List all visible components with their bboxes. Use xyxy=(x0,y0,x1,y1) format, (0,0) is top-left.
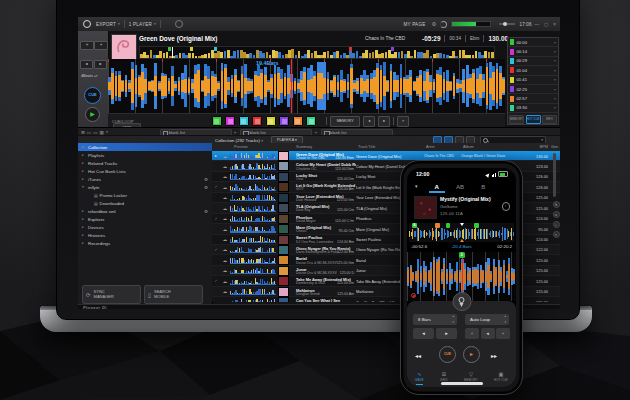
collection-header[interactable]: Collection (292 Tracks) ▾ xyxy=(215,138,263,143)
master-gauge-icon[interactable] xyxy=(440,21,447,28)
needle-handle[interactable] xyxy=(452,292,471,311)
sync-manager-button[interactable]: ⟳SYNC MANAGER xyxy=(82,285,141,304)
cue-delete-button[interactable]: × xyxy=(397,116,409,127)
list-icon[interactable]: ≡ xyxy=(553,231,560,238)
add-list-icon[interactable]: + xyxy=(314,130,317,135)
gear-icon[interactable]: ⚙ xyxy=(204,209,208,214)
track-preview-waveform[interactable] xyxy=(230,215,276,222)
cue-delete-icon[interactable]: × xyxy=(554,105,556,110)
minimize-button[interactable]: — xyxy=(534,22,539,27)
cue-delete-icon[interactable]: × xyxy=(554,96,556,101)
sidebar-item-hot-cue-bank-lists[interactable]: ▸Hot Cue Bank Lists xyxy=(78,167,212,175)
my-page-link[interactable]: MY PAGE xyxy=(404,22,426,27)
scrollbar[interactable] xyxy=(553,153,556,197)
cue-panel-tab-memory[interactable]: MEMORY xyxy=(509,115,524,125)
phone-nav-hot-cue[interactable]: ▣HOT CUE xyxy=(494,372,508,383)
cue-delete-icon[interactable]: × xyxy=(554,68,556,73)
cue-panel-tab-hot-cue[interactable]: HOT CUE xyxy=(526,115,541,125)
overview-cue-marker[interactable] xyxy=(214,47,217,51)
track-preview-waveform[interactable] xyxy=(230,194,276,201)
cue-next-button[interactable]: ▸ xyxy=(378,116,390,127)
sidebar-item-itunes[interactable]: ▸iTunes⚙ xyxy=(78,175,212,183)
sidebar-item-playlists[interactable]: ▸Playlists xyxy=(78,151,212,159)
phone-cue-button[interactable]: CUE xyxy=(439,346,456,363)
cue-point-row[interactable]: 00:29× xyxy=(508,57,558,66)
gear-icon[interactable]: ⚙ xyxy=(204,177,208,182)
cue-delete-icon[interactable]: × xyxy=(554,40,556,45)
sidebar-item-explorer[interactable]: ▸Explorer xyxy=(78,215,212,223)
sidebar-item-inflyte[interactable]: ▾inflyte⚙ xyxy=(78,183,212,191)
layout-toggle-icons[interactable]: ⊞▭▭▦▾ xyxy=(81,130,108,135)
search-mobile-button[interactable]: ▯SEARCH MOBILE xyxy=(144,285,203,304)
cue-delete-icon[interactable]: × xyxy=(554,87,556,92)
player-mode-select[interactable]: 1 PLAYER xyxy=(129,22,152,27)
cue-delete-icon[interactable]: × xyxy=(554,77,556,82)
track-preview-waveform[interactable] xyxy=(230,173,276,180)
track-preview-waveform[interactable] xyxy=(230,163,276,170)
overview-cue-marker[interactable] xyxy=(391,47,394,51)
overview-cue-marker[interactable] xyxy=(190,47,193,51)
phone-hot-cue-marker[interactable] xyxy=(435,223,440,228)
fast-forward-button[interactable]: ▸▸ xyxy=(491,348,497,365)
track-preview-waveform[interactable] xyxy=(230,184,276,191)
loop-in-button[interactable]: ‹ xyxy=(465,328,479,339)
hot-cue-pad-4[interactable] xyxy=(252,116,262,126)
hot-cue-pad-8[interactable] xyxy=(306,116,316,126)
rewind-button[interactable]: ◂◂ xyxy=(415,348,421,365)
edit-icon[interactable]: ✎ xyxy=(553,201,560,208)
cue-point-row[interactable]: 00:00× xyxy=(508,38,558,47)
overview-cue-marker[interactable] xyxy=(168,47,171,51)
track-preview-waveform[interactable] xyxy=(230,288,276,295)
cue-prev-button[interactable]: ◂ xyxy=(363,116,375,127)
hot-cue-pad-6[interactable] xyxy=(279,116,289,126)
phone-deck-tab-b[interactable]: B xyxy=(481,183,485,190)
home-indicator[interactable] xyxy=(441,382,483,385)
phone-nav-wave[interactable]: ∿WAVE xyxy=(415,372,424,383)
beats-stepper[interactable]: 4Beats ▴▾ xyxy=(81,73,98,78)
phone-hot-cue-marker[interactable] xyxy=(446,223,451,228)
phone-deck-tab-ab[interactable]: AB xyxy=(456,183,464,190)
overview-cue-marker[interactable] xyxy=(349,47,352,51)
cue-point-row[interactable]: 03:30× xyxy=(508,104,558,113)
cue-button[interactable]: CUE xyxy=(84,87,101,104)
track-preview-waveform[interactable] xyxy=(230,236,276,243)
add-list-icon[interactable]: + xyxy=(234,130,237,135)
sidebar-item-histories[interactable]: ▸Histories xyxy=(78,231,212,239)
sidebar-item-collection[interactable]: ▸Collection xyxy=(78,143,212,151)
track-preview-waveform[interactable] xyxy=(230,257,276,264)
sidebar-item-rekordbox-xml[interactable]: ▸rekordbox xml⚙ xyxy=(78,207,212,215)
cue-panel-tab-info[interactable]: INFO xyxy=(542,115,557,125)
play-button[interactable]: ▶ xyxy=(85,107,100,122)
phone-nav-grid[interactable]: ⊞GRID xyxy=(440,372,448,383)
hot-cue-pad-2[interactable] xyxy=(225,116,235,126)
track-preview-waveform[interactable] xyxy=(230,267,276,274)
phone-nav-memory[interactable]: ▽MEMORY xyxy=(464,372,478,383)
cue-delete-icon[interactable]: × xyxy=(554,49,556,54)
export-mode-select[interactable]: EXPORT xyxy=(96,22,116,27)
track-preview-waveform[interactable] xyxy=(230,299,276,302)
sidebar-item-downloaded[interactable]: Downloaded xyxy=(78,199,212,207)
close-button[interactable]: × xyxy=(553,22,556,27)
track-next-button[interactable]: » xyxy=(94,41,108,50)
track-preview-waveform[interactable] xyxy=(230,278,276,285)
maximize-button[interactable]: ▢ xyxy=(544,22,548,27)
loop-mode-select[interactable]: Auto Loop▴▾ xyxy=(465,314,509,325)
phone-hot-cue-marker[interactable]: A xyxy=(412,223,417,228)
hot-cue-pad-5[interactable] xyxy=(266,116,276,126)
memory-button[interactable]: MEMORY xyxy=(330,116,360,127)
loop-out-button[interactable]: › xyxy=(496,328,510,339)
settings-gear-icon[interactable]: ⚙ xyxy=(431,21,436,27)
cue-point-row[interactable]: 01:41× xyxy=(508,76,558,85)
cue-delete-icon[interactable]: × xyxy=(554,58,556,63)
search-back-button[interactable]: ◂ xyxy=(80,60,93,69)
loop-length-select[interactable]: 8 Bars▴▾ xyxy=(413,314,457,325)
hot-cue-pad-3[interactable] xyxy=(239,116,249,126)
deck-scrolling-waveform[interactable] xyxy=(108,59,505,113)
volume-slider[interactable] xyxy=(499,23,515,25)
track-overview-waveform[interactable] xyxy=(139,46,495,59)
sidebar-item-related-tracks[interactable]: ▸Related Tracks xyxy=(78,159,212,167)
sidebar-item-promo-locker[interactable]: Promo Locker xyxy=(78,191,212,199)
nudge-back-button[interactable]: ◂ xyxy=(413,328,434,339)
sidebar-item-recordings[interactable]: ▸Recordings xyxy=(78,239,212,247)
track-preview-waveform[interactable] xyxy=(230,205,276,212)
